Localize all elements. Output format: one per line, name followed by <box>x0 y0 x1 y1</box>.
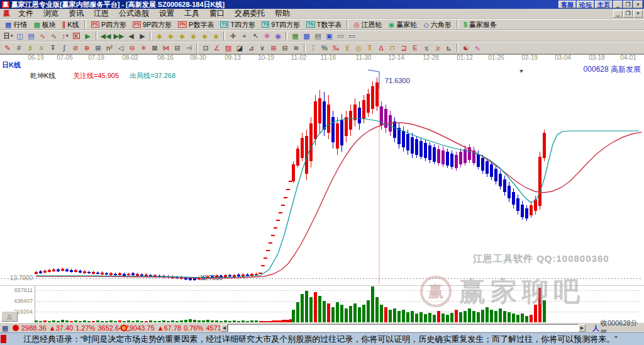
trend-small2-icon[interactable]: ∿ <box>48 31 60 41</box>
prev-bar-icon[interactable]: ◀ <box>125 31 136 41</box>
draw-square-num-icon[interactable]: n² <box>104 43 115 53</box>
child-minimize-button[interactable]: _ <box>613 10 623 18</box>
draw-triangle-icon[interactable]: ⊿ <box>245 43 257 53</box>
draw-gann-grid-icon[interactable]: ♯ <box>25 43 36 53</box>
gann-diamond-4-icon[interactable]: ◈ <box>187 31 199 41</box>
draw-xbox-icon[interactable]: ⊠ <box>149 43 160 53</box>
menu-window[interactable]: 窗口 <box>204 8 230 19</box>
shenzhen-index-icon[interactable] <box>121 325 127 331</box>
hexagon-button[interactable]: ◇六角形 <box>420 20 454 30</box>
gann-diamond-6-icon[interactable]: ◈ <box>210 31 221 41</box>
child-close-button[interactable]: × <box>633 10 643 18</box>
scroll-left-button[interactable]: ◀ <box>221 324 228 332</box>
first-bar-icon[interactable]: ◀◀ <box>99 31 113 41</box>
candle-type-icon[interactable]: ↕▾ <box>60 31 71 41</box>
quotes-button[interactable]: ▦行情 <box>2 20 30 30</box>
notes-icon[interactable]: ▤ <box>312 31 323 41</box>
trend-small-icon[interactable]: ∿ <box>37 31 48 41</box>
replay-icon[interactable]: ▶ <box>82 31 94 41</box>
menu-news[interactable]: 资讯 <box>64 8 89 19</box>
menu-gann[interactable]: 江恩 <box>89 8 114 19</box>
scroll-right-button[interactable]: ▶ <box>579 324 586 332</box>
draw-measure-icon[interactable]: ⋮ <box>308 43 319 53</box>
draw-cycle-icon[interactable]: ⊕ <box>81 43 92 53</box>
p-number-table-button[interactable]: PNP数字表 <box>175 20 217 30</box>
draw-gann-fan-icon[interactable]: ∠ <box>211 43 223 53</box>
draw-gold-2-icon[interactable]: ⊼ <box>364 43 375 53</box>
menu-browse[interactable]: 浏览 <box>38 8 64 19</box>
restore-button[interactable]: ❐ <box>623 1 633 8</box>
multi-window-icon[interactable]: ◫ <box>14 31 26 41</box>
draw-half-icon[interactable]: ◪ <box>234 43 245 53</box>
forum-link-button[interactable]: 论坛 <box>577 1 594 8</box>
draw-vee-icon[interactable]: ∨ <box>257 43 268 53</box>
9p-square-button[interactable]: P99P四方形 <box>130 20 175 30</box>
draw-cross-box-icon[interactable]: ⋈ <box>160 43 172 53</box>
draw-grid2-icon[interactable]: ⊞ <box>268 43 279 53</box>
draw-arc-angle-icon[interactable]: ⊾ <box>443 43 455 53</box>
shanghai-index-quote[interactable]: 2988.36 ▲37.40 1.27% 3652.64亿 <box>21 324 130 332</box>
draw-grid3-icon[interactable]: ⊟ <box>279 43 291 53</box>
gann-diamond-1-icon[interactable]: ◈ <box>153 31 165 41</box>
menu-formula-pick[interactable]: 公式选股 <box>114 8 154 19</box>
draw-ratio-icon[interactable]: ⊒ <box>398 43 409 53</box>
child-restore-button[interactable]: ❐ <box>623 10 633 18</box>
draw-e-icon[interactable]: E <box>409 43 421 53</box>
draw-levels-icon[interactable]: ≡ <box>36 43 47 53</box>
t-square-button[interactable]: TST四方形 <box>217 20 258 30</box>
draw-delta-icon[interactable]: ∆ <box>375 43 387 53</box>
draw-select-icon[interactable]: ⊡ <box>200 43 211 53</box>
print-icon[interactable]: ▭ <box>335 31 346 41</box>
shanghai-index-icon[interactable] <box>13 325 19 331</box>
menu-trade[interactable]: 交易委托 <box>230 8 270 19</box>
winner-service-button[interactable]: $赢家服务 <box>460 20 500 30</box>
calendar-icon[interactable]: ▦ <box>289 31 301 41</box>
draw-shade-icon[interactable]: ▨ <box>223 43 234 53</box>
kline-mode-icon[interactable]: K <box>71 31 82 41</box>
gann-diamond-5-icon[interactable]: ◈ <box>199 31 210 41</box>
draw-box-icon[interactable]: ⊞ <box>92 43 104 53</box>
period-selector[interactable]: 日▾ <box>2 31 14 41</box>
minimize-button[interactable]: _ <box>613 1 623 8</box>
last-bar-icon[interactable]: ▶▶ <box>112 31 125 41</box>
next-bar-icon[interactable]: ▶ <box>136 31 148 41</box>
t-number-table-button[interactable]: TNT数字表 <box>303 20 345 30</box>
volume-pane-expand-button[interactable]: △ <box>1 311 18 322</box>
gann-diamond-3-icon[interactable]: ◈ <box>176 31 187 41</box>
menu-help[interactable]: 帮助 <box>270 8 295 19</box>
close-button[interactable]: × <box>633 1 643 8</box>
draw-percent-icon[interactable]: % <box>319 43 330 53</box>
p-square-button[interactable]: PSP四方形 <box>88 20 130 30</box>
draw-tline-icon[interactable]: Ŧ <box>47 43 58 53</box>
calculator-icon[interactable]: ▩ <box>301 31 312 41</box>
gann-diamond-2-icon[interactable]: ◈ <box>165 31 176 41</box>
menu-tools[interactable]: 工具 <box>179 8 204 19</box>
draw-permille-icon[interactable]: ‰ <box>330 43 341 53</box>
draw-pen-icon[interactable]: ✎ <box>2 43 13 53</box>
cross-tool-icon[interactable]: + <box>238 31 250 41</box>
draw-gold-3-icon[interactable]: ⊓ <box>387 43 398 53</box>
winner-wheel-button[interactable]: ◉赢家轮 <box>386 20 421 30</box>
wave-icon[interactable]: ∿ <box>472 43 483 53</box>
draw-gold-1-icon[interactable]: ⊻ <box>341 43 353 53</box>
info-panel-icon[interactable]: ▤ <box>26 31 37 41</box>
9t-square-button[interactable]: T99T四方形 <box>258 20 303 30</box>
export-icon[interactable]: ▭ <box>346 31 357 41</box>
move-tool-icon[interactable]: ✚ <box>227 31 238 41</box>
draw-grid-icon[interactable]: # <box>13 43 25 53</box>
draw-le-icon[interactable]: ≤ <box>421 43 432 53</box>
menu-file[interactable]: 文件 <box>13 8 38 19</box>
save-icon[interactable]: ▣ <box>323 31 335 41</box>
support-link-button[interactable]: 客服 <box>558 1 576 8</box>
kline-button[interactable]: ∥K线 <box>59 20 82 30</box>
draw-gold-circle-icon[interactable]: ◎ <box>353 43 364 53</box>
pointer-tool-icon[interactable]: ↖ <box>250 31 261 41</box>
yinyang-icon[interactable]: ☯ <box>460 43 472 53</box>
horizontal-scrollbar[interactable] <box>228 324 579 332</box>
sectors-button[interactable]: ▩板块 <box>30 20 58 30</box>
draw-curve-icon[interactable]: ∫ <box>58 43 70 53</box>
keyboard-icon[interactable]: ▦ <box>2 324 8 332</box>
draw-fan-icon[interactable]: ✳ <box>138 43 149 53</box>
gann-wheel-button[interactable]: ◎江恩轮 <box>350 20 386 30</box>
draw-wave-icon[interactable]: ≋ <box>291 43 302 53</box>
